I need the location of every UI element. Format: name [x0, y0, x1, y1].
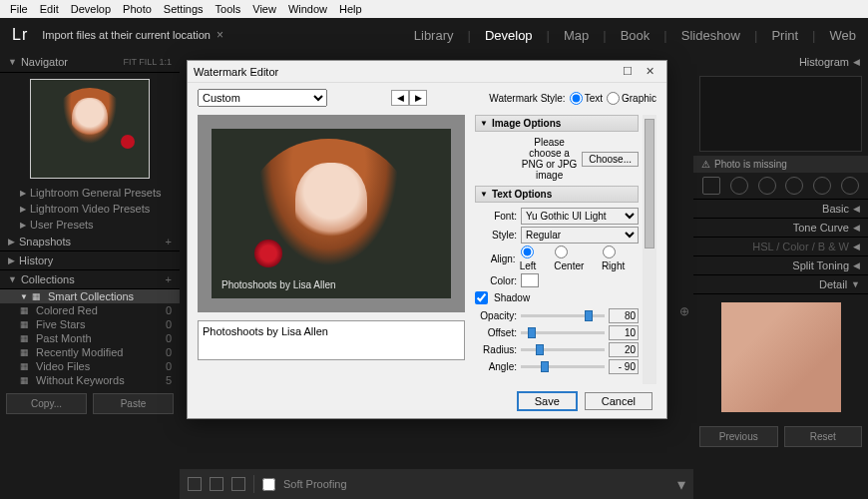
panel-hsl[interactable]: HSL / Color / B & W◀: [693, 238, 868, 256]
menu-edit[interactable]: Edit: [34, 3, 65, 15]
collection-item[interactable]: ▦Five Stars0: [0, 317, 180, 331]
histogram-header[interactable]: Histogram◀: [693, 52, 868, 72]
color-swatch[interactable]: [521, 273, 539, 287]
radial-tool-icon[interactable]: [813, 177, 831, 195]
collection-item[interactable]: ▦Past Month0: [0, 331, 180, 345]
collection-smart[interactable]: ▼ ▦ Smart Collections: [0, 289, 180, 303]
menu-window[interactable]: Window: [282, 3, 333, 15]
maximize-icon[interactable]: ☐: [617, 65, 639, 78]
options-scrollbar[interactable]: [643, 115, 656, 384]
watermark-style-graphic-radio[interactable]: [607, 92, 620, 105]
panel-detail[interactable]: Detail▼: [693, 275, 868, 294]
collection-icon: ▦: [20, 347, 32, 357]
panel-splittoning[interactable]: Split Toning◀: [693, 256, 868, 275]
collection-item[interactable]: ▦Colored Red0: [0, 303, 180, 317]
collections-header[interactable]: ▼ Collections +: [0, 270, 180, 289]
detail-target-icon[interactable]: ⊕: [679, 304, 689, 318]
copy-button[interactable]: Copy...: [6, 393, 87, 414]
presets-list: ▶Lightroom General Presets ▶Lightroom Vi…: [0, 185, 180, 233]
angle-value[interactable]: - 90: [609, 359, 639, 374]
gradient-tool-icon[interactable]: [785, 177, 803, 195]
chevron-down-icon[interactable]: ▾: [677, 475, 685, 494]
panel-tonecurve[interactable]: Tone Curve◀: [693, 219, 868, 238]
close-icon[interactable]: ✕: [639, 65, 660, 78]
module-print[interactable]: Print: [771, 28, 798, 43]
menu-photo[interactable]: Photo: [117, 3, 158, 15]
redeye-tool-icon[interactable]: [758, 177, 776, 195]
reset-button[interactable]: Reset: [784, 426, 863, 447]
collection-item[interactable]: ▦Recently Modified0: [0, 345, 180, 359]
font-select[interactable]: Yu Gothic UI Light: [521, 208, 639, 225]
collection-icon: ▦: [20, 375, 32, 385]
shadow-label: Shadow: [494, 292, 530, 303]
preset-folder[interactable]: ▶Lightroom General Presets: [20, 185, 180, 201]
previous-button[interactable]: Previous: [699, 426, 778, 447]
angle-slider[interactable]: [521, 365, 605, 368]
save-button[interactable]: Save: [518, 392, 577, 410]
history-header[interactable]: ▶ History: [0, 251, 180, 270]
collection-item[interactable]: ▦Video Files0: [0, 359, 180, 373]
before-after-icon[interactable]: [210, 477, 223, 491]
cancel-button[interactable]: Cancel: [585, 392, 652, 410]
module-library[interactable]: Library: [414, 28, 454, 43]
detail-preview[interactable]: [721, 302, 841, 412]
offset-value[interactable]: 10: [609, 325, 639, 340]
radius-value[interactable]: 20: [609, 342, 639, 357]
snapshots-header[interactable]: ▶ Snapshots +: [0, 233, 180, 251]
preset-folder[interactable]: ▶Lightroom Video Presets: [20, 201, 180, 217]
preset-folder[interactable]: ▶User Presets: [20, 217, 180, 233]
menu-help[interactable]: Help: [333, 3, 368, 15]
compare-icon[interactable]: [231, 477, 245, 491]
menu-settings[interactable]: Settings: [158, 3, 210, 15]
panel-basic[interactable]: Basic◀: [693, 200, 868, 219]
watermark-text-input[interactable]: [198, 320, 465, 360]
text-options-header[interactable]: ▼Text Options: [475, 186, 639, 203]
shadow-checkbox[interactable]: [475, 291, 488, 304]
align-left-radio[interactable]: [521, 246, 534, 258]
navigator-header[interactable]: ▼ Navigator FIT FILL 1:1: [0, 52, 180, 73]
opacity-value[interactable]: 80: [609, 308, 639, 323]
import-message: Import files at their current location: [42, 29, 211, 41]
collection-item[interactable]: ▦Without Keywords5: [0, 373, 180, 387]
align-center-radio[interactable]: [555, 246, 568, 258]
brush-tool-icon[interactable]: [841, 177, 859, 195]
crop-tool-icon[interactable]: [702, 177, 720, 195]
module-develop[interactable]: Develop: [485, 28, 533, 43]
paste-button[interactable]: Paste: [93, 393, 174, 414]
next-image-button[interactable]: ▶: [409, 90, 427, 106]
module-book[interactable]: Book: [621, 28, 651, 43]
plus-icon[interactable]: +: [166, 273, 172, 285]
prev-image-button[interactable]: ◀: [391, 90, 409, 106]
plus-icon[interactable]: +: [166, 236, 172, 248]
dialog-titlebar[interactable]: Watermark Editor ☐ ✕: [188, 61, 666, 83]
watermark-style-label: Watermark Style:: [489, 93, 565, 104]
menu-view[interactable]: View: [246, 3, 282, 15]
watermark-preset-select[interactable]: Custom: [198, 89, 327, 107]
watermark-style-text-radio[interactable]: [570, 92, 583, 105]
opacity-slider[interactable]: [521, 314, 605, 317]
menu-file[interactable]: File: [4, 3, 34, 15]
import-message-close-icon[interactable]: ×: [217, 28, 223, 42]
offset-slider[interactable]: [521, 331, 605, 334]
module-web[interactable]: Web: [830, 28, 857, 43]
menu-tools[interactable]: Tools: [210, 3, 247, 15]
center-toolbar: Soft Proofing ▾: [180, 469, 693, 499]
image-options-header[interactable]: ▼Image Options: [475, 115, 639, 132]
soft-proofing-checkbox[interactable]: [262, 478, 275, 491]
spot-tool-icon[interactable]: [730, 177, 748, 195]
navigator-zoom-opts[interactable]: FIT FILL 1:1: [123, 57, 172, 67]
watermark-preview-frame: Photoshoots by Lisa Allen: [198, 115, 465, 312]
font-style-select[interactable]: Regular: [521, 227, 639, 244]
loupe-view-icon[interactable]: [188, 477, 202, 491]
disclosure-icon: ▶: [8, 255, 15, 265]
choose-image-button[interactable]: Choose...: [582, 152, 639, 167]
folder-icon: ▦: [32, 291, 44, 301]
navigator-thumbnail[interactable]: [30, 79, 150, 179]
align-right-radio[interactable]: [603, 246, 616, 258]
menu-develop[interactable]: Develop: [65, 3, 117, 15]
watermark-preview-text: Photoshoots by Lisa Allen: [221, 279, 336, 290]
radius-slider[interactable]: [521, 348, 605, 351]
module-slideshow[interactable]: Slideshow: [681, 28, 740, 43]
module-map[interactable]: Map: [564, 28, 589, 43]
image-options-msg: Please choose a PNG or JPG image: [521, 137, 578, 181]
